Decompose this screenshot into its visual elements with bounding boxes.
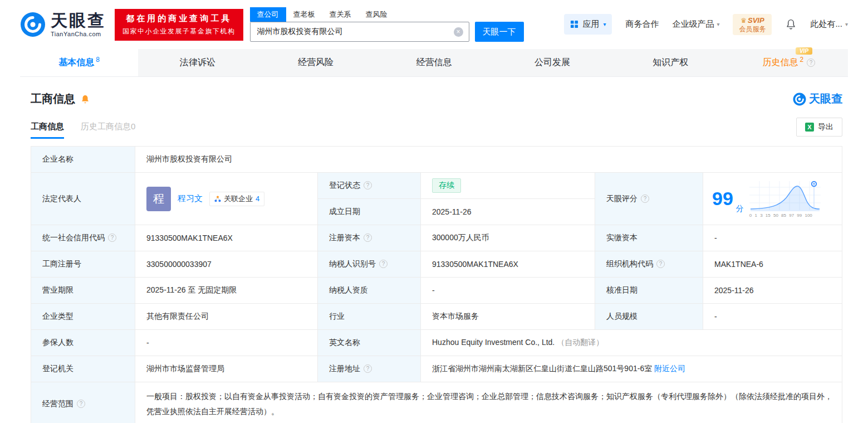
subtab-business-info[interactable]: 工商信息 — [31, 121, 64, 139]
tab-label: 法律诉讼 — [180, 57, 215, 69]
related-label: 关联企业 — [224, 194, 253, 204]
account-label: 此处有... — [810, 19, 842, 30]
search-tab-company[interactable]: 查公司 — [250, 7, 286, 22]
legal-rep-avatar[interactable]: 程 — [146, 187, 171, 211]
field-label: 参保人数 — [31, 330, 135, 356]
tab-history-info[interactable]: VIP 历史信息2 ? — [730, 49, 848, 76]
tab-label: 历史信息 — [762, 57, 798, 69]
watermark-brand: 天眼查 — [809, 91, 842, 106]
help-icon[interactable]: ? — [364, 234, 372, 242]
help-icon[interactable]: ? — [364, 364, 372, 373]
table-row: 企业类型 其他有限责任公司 行业 资本市场服务 人员规模 - — [31, 304, 842, 330]
search-tab-relation[interactable]: 查关系 — [322, 7, 359, 22]
table-row: 统一社会信用代码? 91330500MAK1TNEA6X 注册资本? 30000… — [31, 225, 842, 251]
account-menu[interactable]: 此处有... ▾ — [810, 19, 848, 30]
field-label: 企业名称 — [31, 147, 135, 173]
help-icon[interactable]: ? — [807, 59, 815, 67]
legal-rep-cell: 程 程习文 关联企业 4 — [135, 173, 318, 225]
tab-badge: 8 — [96, 56, 100, 64]
business-info-table: 企业名称 湖州市股权投资有限公司 法定代表人 程 程习文 关联企业 4 — [31, 146, 842, 423]
notification-bell-icon[interactable] — [785, 18, 797, 30]
field-label: 统一社会信用代码? — [31, 225, 135, 251]
score-unit: 分 — [736, 204, 744, 214]
top-header: 天眼查 TianYanCha.com 都在用的商业查询工具 国家中小企业发展子基… — [0, 0, 868, 49]
menu-business-cooperation[interactable]: 商务合作 — [625, 19, 659, 30]
tab-business-info[interactable]: 经营信息 — [375, 49, 493, 76]
chevron-down-icon: ▾ — [717, 21, 719, 27]
field-value: - — [421, 278, 595, 304]
menu-enterprise-products[interactable]: 企业级产品 ▾ — [672, 19, 719, 30]
field-value: 其他有限责任公司 — [135, 304, 318, 330]
table-row: 法定代表人 程 程习文 关联企业 4 登记状态? 存续 天眼评分? — [31, 173, 842, 199]
status-badge: 存续 — [432, 178, 461, 193]
search-tab-boss[interactable]: 查老板 — [286, 7, 322, 22]
crown-icon: ♛ — [741, 17, 747, 25]
tab-legal-proceedings[interactable]: 法律诉讼 — [138, 49, 256, 76]
field-label: 登记机关 — [31, 356, 135, 382]
score-axis-labels: 0 1 3 15 50 85 97 99 100 — [749, 213, 821, 218]
tab-label: 经营风险 — [298, 57, 334, 69]
clear-search-icon[interactable]: × — [454, 27, 463, 37]
field-label: 行业 — [318, 304, 421, 330]
search-input[interactable] — [251, 27, 469, 36]
related-count: 4 — [256, 195, 259, 203]
help-icon[interactable]: ? — [364, 181, 372, 189]
score-value: 99 — [712, 188, 733, 210]
tianyancha-watermark-icon — [793, 93, 806, 106]
help-icon[interactable]: ? — [379, 260, 388, 268]
tianyancha-logo[interactable]: 天眼查 TianYanCha.com — [20, 12, 106, 37]
export-button[interactable]: X 导出 — [796, 118, 842, 137]
field-label: 注册地址? — [318, 356, 421, 382]
field-value: 湖州市市场监督管理局 — [135, 356, 318, 382]
related-companies-tag[interactable]: 关联企业 4 — [209, 192, 264, 206]
field-value: 2025-11-26 至 无固定期限 — [135, 278, 318, 304]
help-icon[interactable]: ? — [656, 260, 665, 268]
svip-member-button[interactable]: ♛SVIP 会员服务 — [733, 14, 772, 36]
subtab-history-business-info[interactable]: 历史工商信息0 — [81, 121, 135, 139]
promo-banner[interactable]: 都在用的商业查询工具 国家中小企业发展子基金旗下机构 — [115, 9, 243, 41]
tab-intellectual-property[interactable]: 知识产权 — [611, 49, 729, 76]
help-icon[interactable]: ? — [77, 400, 85, 408]
score-cell: 99 分 — [703, 173, 842, 225]
auto-translate-note: （自动翻译） — [557, 338, 604, 347]
tab-company-development[interactable]: 公司发展 — [493, 49, 611, 76]
field-value: 91330500MAK1TNEA6X — [135, 225, 318, 251]
legal-rep-link[interactable]: 程习文 — [178, 193, 203, 204]
section-title: 工商信息 — [31, 91, 75, 106]
svip-sub-label: 会员服务 — [739, 25, 766, 33]
chevron-down-icon: ▾ — [845, 21, 848, 27]
field-label: 经营范围? — [31, 382, 135, 423]
search-tab-risk[interactable]: 查风险 — [359, 7, 395, 22]
field-label: 组织机构代码? — [595, 251, 703, 278]
tab-label: 知识产权 — [653, 57, 688, 69]
field-label: 英文名称 — [318, 330, 421, 356]
help-icon[interactable]: ? — [641, 195, 649, 203]
table-row: 企业名称 湖州市股权投资有限公司 — [31, 147, 842, 173]
apps-menu[interactable]: 应用 ▾ — [564, 14, 612, 35]
tab-basic-info[interactable]: 基本信息8 — [20, 49, 138, 76]
svip-label: SVIP — [748, 16, 764, 25]
promo-line-1: 都在用的商业查询工具 — [122, 13, 236, 24]
field-label: 工商注册号 — [31, 251, 135, 278]
field-label: 登记状态? — [318, 173, 421, 199]
score-chart: 0 1 3 15 50 85 97 99 100 — [749, 180, 821, 218]
search-box: × — [250, 22, 469, 42]
field-value: 300000万人民币 — [421, 225, 595, 251]
logo-domain: TianYanCha.com — [51, 31, 106, 37]
search-area: 查公司 查老板 查关系 查风险 × 天眼一下 — [250, 7, 524, 42]
nearby-companies-link[interactable]: 附近公司 — [654, 364, 685, 373]
field-label: 法定代表人 — [31, 173, 135, 225]
tab-operational-risk[interactable]: 经营风险 — [257, 49, 375, 76]
excel-icon: X — [805, 123, 814, 132]
field-value: MAK1TNEA-6 — [703, 251, 842, 278]
subscribe-bell-icon[interactable] — [80, 94, 90, 104]
field-value: 湖州市股权投资有限公司 — [135, 147, 842, 173]
help-icon[interactable]: ? — [108, 234, 116, 242]
related-companies-icon — [214, 196, 221, 202]
field-label: 实缴资本 — [595, 225, 703, 251]
tianyancha-logo-icon — [20, 12, 46, 37]
table-row: 参保人数 - 英文名称 Huzhou Equity Investment Co.… — [31, 330, 842, 356]
field-label: 天眼评分? — [595, 173, 703, 225]
search-button[interactable]: 天眼一下 — [475, 22, 524, 42]
table-row: 营业期限 2025-11-26 至 无固定期限 纳税人资质 - 核准日期 202… — [31, 278, 842, 304]
